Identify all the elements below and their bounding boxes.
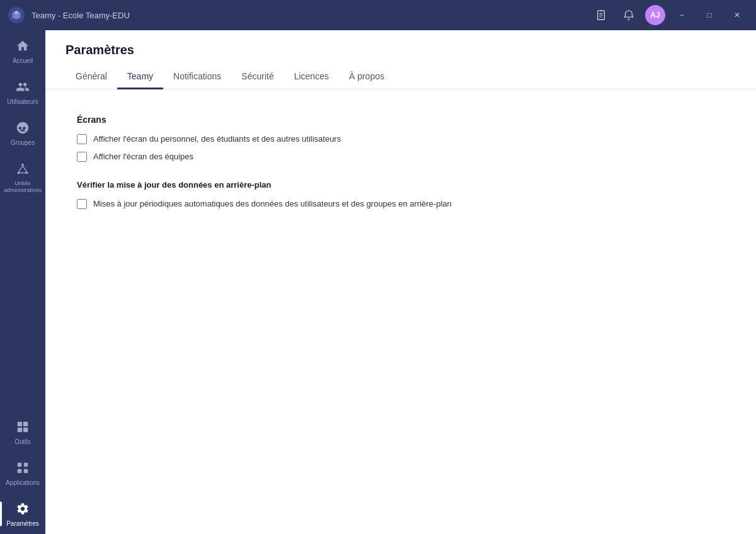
titlebar-title: Teamy - Ecole Teamy-EDU — [32, 11, 590, 20]
sidebar-label-accueil: Accueil — [13, 57, 33, 65]
svg-rect-19 — [18, 469, 21, 473]
sidebar-label-outils: Outils — [14, 438, 31, 446]
tab-securite[interactable]: Sécurité — [231, 65, 284, 89]
tools-icon — [16, 420, 30, 436]
notifications-button[interactable] — [617, 4, 640, 26]
titlebar-actions: AJ − □ ✕ — [590, 4, 748, 26]
checkbox-label-3[interactable]: Mises à jour périodiques automatiques de… — [93, 198, 452, 210]
app-logo — [8, 6, 25, 24]
content-area: Paramètres Général Teamy Notifications S… — [45, 30, 756, 534]
sidebar-item-parametres[interactable]: Paramètres — [0, 493, 45, 534]
home-icon — [16, 39, 30, 55]
user-avatar-button[interactable]: AJ — [645, 5, 665, 25]
tabs-bar: Général Teamy Notifications Sécurité Lic… — [66, 65, 736, 89]
svg-point-7 — [21, 164, 24, 166]
sidebar-label-unites: Unitésadministratives — [4, 180, 42, 194]
applications-icon — [16, 461, 30, 477]
checkbox-row-1: Afficher l'écran du personnel, des étudi… — [77, 134, 724, 145]
svg-rect-17 — [18, 463, 21, 467]
svg-rect-6 — [600, 10, 602, 11]
svg-point-1 — [14, 11, 18, 14]
admin-units-icon — [16, 162, 30, 178]
sidebar-label-parametres: Paramètres — [6, 520, 39, 528]
checkbox-row-2: Afficher l'écran des équipes — [77, 151, 724, 162]
settings-icon — [16, 502, 30, 518]
svg-line-10 — [19, 166, 23, 171]
sidebar-label-groupes: Groupes — [11, 139, 35, 147]
avatar-initials: AJ — [650, 11, 660, 20]
tab-teamy[interactable]: Teamy — [117, 65, 163, 89]
page-title: Paramètres — [66, 43, 736, 57]
background-section: Vérifier la mise à jour des données en a… — [77, 180, 724, 210]
svg-line-11 — [23, 166, 26, 171]
groups-icon — [16, 121, 30, 137]
checkbox-background-updates[interactable] — [77, 199, 87, 209]
sidebar-item-accueil[interactable]: Accueil — [0, 30, 45, 71]
sidebar-item-groupes[interactable]: Groupes — [0, 112, 45, 153]
checkbox-label-2[interactable]: Afficher l'écran des équipes — [93, 151, 193, 162]
titlebar: Teamy - Ecole Teamy-EDU AJ − □ ✕ — [0, 0, 756, 30]
main-content: Écrans Afficher l'écran du personnel, de… — [45, 89, 756, 534]
tab-general[interactable]: Général — [66, 65, 117, 89]
close-button[interactable]: ✕ — [726, 4, 748, 26]
tab-apropos[interactable]: À propos — [339, 65, 394, 89]
svg-rect-18 — [24, 463, 28, 467]
checkbox-personnel[interactable] — [77, 134, 87, 144]
tab-licences[interactable]: Licences — [284, 65, 339, 89]
users-icon — [16, 80, 30, 96]
svg-rect-13 — [18, 422, 22, 426]
checkbox-equipes[interactable] — [77, 152, 87, 162]
sidebar-label-utilisateurs: Utilisateurs — [7, 98, 38, 106]
maximize-button[interactable]: □ — [698, 4, 721, 26]
background-title: Vérifier la mise à jour des données en a… — [77, 180, 724, 190]
sidebar-label-applications: Applications — [6, 479, 40, 487]
sidebar: Accueil Utilisateurs Groupes — [0, 30, 45, 534]
svg-rect-20 — [24, 469, 28, 473]
svg-rect-14 — [23, 422, 28, 426]
minimize-button[interactable]: − — [670, 4, 693, 26]
sidebar-item-utilisateurs[interactable]: Utilisateurs — [0, 71, 45, 112]
page-header: Paramètres Général Teamy Notifications S… — [45, 30, 756, 89]
checkbox-label-1[interactable]: Afficher l'écran du personnel, des étudi… — [93, 134, 341, 145]
svg-rect-15 — [18, 428, 22, 432]
page-title-row: Paramètres — [66, 30, 736, 65]
clipboard-button[interactable] — [590, 4, 612, 26]
tab-notifications[interactable]: Notifications — [163, 65, 231, 89]
ecrans-section: Écrans Afficher l'écran du personnel, de… — [77, 115, 724, 162]
ecrans-title: Écrans — [77, 115, 724, 125]
sidebar-item-outils[interactable]: Outils — [0, 411, 45, 452]
svg-rect-16 — [23, 428, 28, 432]
app-body: Accueil Utilisateurs Groupes — [0, 30, 756, 534]
sidebar-item-unites[interactable]: Unitésadministratives — [0, 153, 45, 200]
sidebar-item-applications[interactable]: Applications — [0, 452, 45, 493]
checkbox-row-3: Mises à jour périodiques automatiques de… — [77, 198, 724, 210]
